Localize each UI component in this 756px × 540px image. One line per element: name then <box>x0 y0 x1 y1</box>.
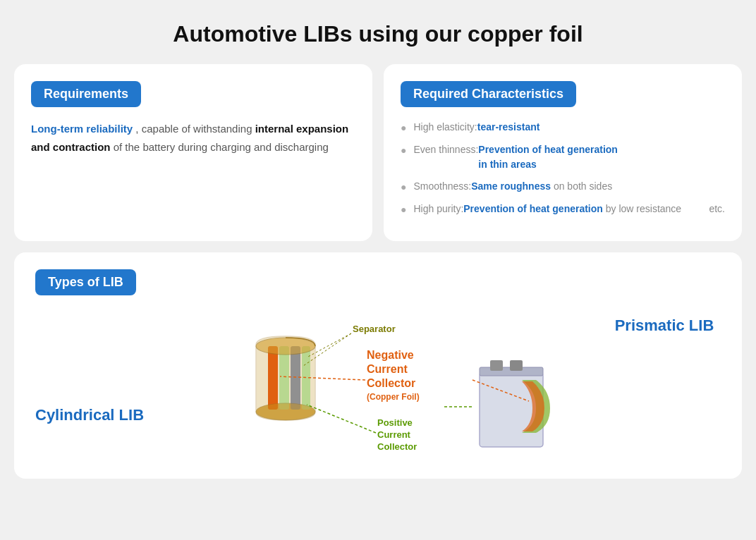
svg-text:Current: Current <box>367 363 408 375</box>
svg-point-6 <box>256 338 315 355</box>
char-item-2: Even thinness: Prevention of heat genera… <box>401 142 725 172</box>
page-title: Automotive LIBs using our copper foil <box>14 14 742 47</box>
char-item-1: High elasticity: tear-resistant <box>401 120 725 135</box>
requirements-text-1: , capable of withstanding <box>135 123 255 135</box>
etc-label: etc. <box>709 202 725 216</box>
types-label: Types of LIB <box>35 269 136 295</box>
svg-text:Collector: Collector <box>377 441 417 452</box>
characteristics-list: High elasticity: tear-resistant Even thi… <box>401 120 725 217</box>
svg-text:Negative: Negative <box>367 349 414 361</box>
requirements-text: Long-term reliability , capable of withs… <box>31 120 355 156</box>
svg-text:Positive: Positive <box>377 417 413 428</box>
char-highlight-3: Same roughness <box>471 179 551 194</box>
svg-rect-3 <box>279 346 289 410</box>
top-row: Requirements Long-term reliability , cap… <box>14 64 742 241</box>
characteristics-card: Required Characteristics High elasticity… <box>384 64 742 241</box>
svg-rect-23 <box>510 360 523 371</box>
svg-text:Collector: Collector <box>367 377 415 389</box>
char-prefix-1: High elasticity: <box>413 120 477 135</box>
char-prefix-3: Smoothness: <box>413 179 471 194</box>
cylindrical-label: Cylindrical LIB <box>35 406 176 424</box>
char-item-3: Smoothness: Same roughness on both sides <box>401 179 725 195</box>
svg-text:(Copper Foil): (Copper Foil) <box>367 392 420 402</box>
char-highlight-1: tear-resistant <box>477 120 540 135</box>
prismatic-label: Prismatic LIB <box>608 317 721 335</box>
svg-rect-2 <box>268 346 278 410</box>
char-suffix-3: on both sides <box>551 179 612 194</box>
svg-line-18 <box>307 405 376 433</box>
char-item-4: High purity: Prevention of heat generati… <box>401 202 725 217</box>
char-suffix-4: by low resistance <box>603 202 681 216</box>
char-prefix-4: High purity: <box>413 202 463 216</box>
characteristics-label: Required Characteristics <box>401 81 576 107</box>
battery-diagram: Separator Negative Current Collector (Co… <box>176 302 608 458</box>
svg-point-7 <box>256 403 315 420</box>
char-highlight-2: Prevention of heat generationin thin are… <box>478 142 618 172</box>
long-term-reliability: Long-term reliability <box>31 123 133 135</box>
types-card: Types of LIB Cylindrical LIB <box>14 252 742 479</box>
separator-text: Separator <box>353 324 396 334</box>
requirements-label: Requirements <box>31 81 141 107</box>
svg-rect-22 <box>490 360 503 371</box>
requirements-text-2: of the battery during charging and disch… <box>114 141 329 153</box>
svg-text:Current: Current <box>377 429 411 440</box>
char-prefix-2: Even thinness: <box>413 142 478 157</box>
diagram-svg: Separator Negative Current Collector (Co… <box>176 302 585 458</box>
char-highlight-4: Prevention of heat generation <box>463 202 603 216</box>
requirements-card: Requirements Long-term reliability , cap… <box>14 64 372 241</box>
svg-rect-4 <box>291 346 300 410</box>
